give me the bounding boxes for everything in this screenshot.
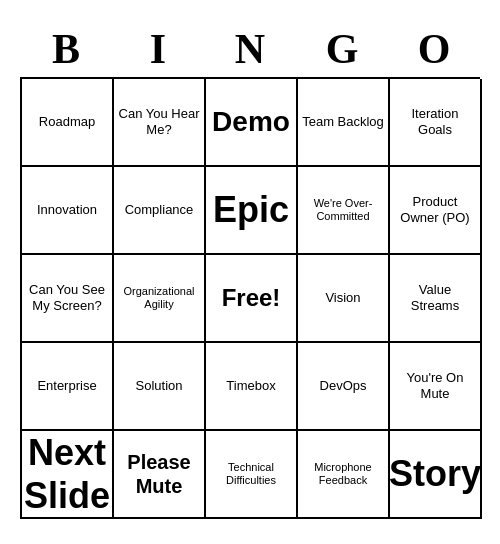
bingo-cell: Story: [390, 431, 482, 519]
letter-n: N: [206, 25, 294, 73]
letter-g: G: [298, 25, 386, 73]
bingo-cell: Innovation: [22, 167, 114, 255]
bingo-cell: You're On Mute: [390, 343, 482, 431]
bingo-cell: Organizational Agility: [114, 255, 206, 343]
bingo-cell: Epic: [206, 167, 298, 255]
bingo-cell: We're Over-Committed: [298, 167, 390, 255]
bingo-grid: RoadmapCan You Hear Me?DemoTeam BacklogI…: [20, 77, 480, 519]
bingo-cell: Roadmap: [22, 79, 114, 167]
bingo-cell: Compliance: [114, 167, 206, 255]
bingo-cell: Please Mute: [114, 431, 206, 519]
bingo-cell: Free!: [206, 255, 298, 343]
bingo-cell: Timebox: [206, 343, 298, 431]
bingo-card: B I N G O RoadmapCan You Hear Me?DemoTea…: [10, 15, 490, 529]
bingo-cell: Product Owner (PO): [390, 167, 482, 255]
letter-o: O: [390, 25, 478, 73]
bingo-cell: Demo: [206, 79, 298, 167]
bingo-cell: Solution: [114, 343, 206, 431]
bingo-cell: Value Streams: [390, 255, 482, 343]
letter-i: I: [114, 25, 202, 73]
bingo-cell: Team Backlog: [298, 79, 390, 167]
bingo-cell: Can You See My Screen?: [22, 255, 114, 343]
bingo-cell: Can You Hear Me?: [114, 79, 206, 167]
bingo-cell: Iteration Goals: [390, 79, 482, 167]
bingo-cell: Enterprise: [22, 343, 114, 431]
bingo-header: B I N G O: [20, 25, 480, 73]
bingo-cell: DevOps: [298, 343, 390, 431]
bingo-cell: Next Slide: [22, 431, 114, 519]
bingo-cell: Microphone Feedback: [298, 431, 390, 519]
letter-b: B: [22, 25, 110, 73]
bingo-cell: Vision: [298, 255, 390, 343]
bingo-cell: Technical Difficulties: [206, 431, 298, 519]
